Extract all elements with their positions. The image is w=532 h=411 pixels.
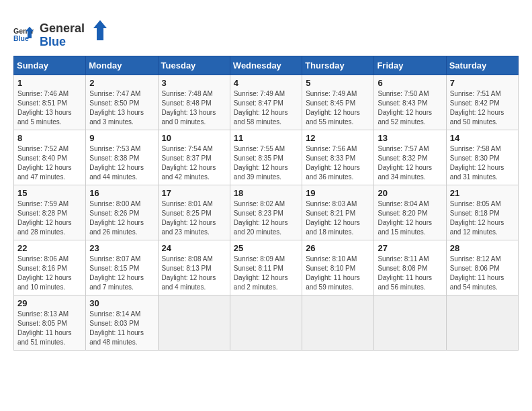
calendar-week-2: 8Sunrise: 7:52 AM Sunset: 8:40 PM Daylig… (14, 130, 519, 185)
day-info: Sunrise: 7:47 AM Sunset: 8:50 PM Dayligh… (89, 89, 154, 127)
day-number: 20 (378, 188, 442, 198)
day-info: Sunrise: 7:59 AM Sunset: 8:28 PM Dayligh… (17, 199, 82, 237)
calendar-cell: 20Sunrise: 8:04 AM Sunset: 8:20 PM Dayli… (374, 185, 446, 240)
day-number: 10 (162, 133, 226, 143)
calendar-cell: 5Sunrise: 7:49 AM Sunset: 8:45 PM Daylig… (302, 75, 374, 130)
calendar-week-5: 29Sunrise: 8:13 AM Sunset: 8:05 PM Dayli… (14, 295, 519, 351)
calendar-cell: 18Sunrise: 8:02 AM Sunset: 8:23 PM Dayli… (230, 185, 302, 240)
calendar-header: SundayMondayTuesdayWednesdayThursdayFrid… (14, 56, 519, 75)
day-info: Sunrise: 8:00 AM Sunset: 8:26 PM Dayligh… (89, 199, 154, 237)
calendar-cell: 22Sunrise: 8:06 AM Sunset: 8:16 PM Dayli… (14, 240, 86, 295)
calendar-cell: 14Sunrise: 7:58 AM Sunset: 8:30 PM Dayli… (446, 130, 518, 185)
day-info: Sunrise: 7:57 AM Sunset: 8:32 PM Dayligh… (378, 144, 442, 182)
day-info: Sunrise: 8:05 AM Sunset: 8:18 PM Dayligh… (450, 199, 515, 237)
day-info: Sunrise: 8:10 AM Sunset: 8:10 PM Dayligh… (306, 255, 370, 292)
logo-icon: General Blue (13, 24, 34, 44)
calendar-cell (230, 295, 302, 351)
calendar-cell: 27Sunrise: 8:11 AM Sunset: 8:08 PM Dayli… (374, 240, 446, 295)
calendar-cell: 7Sunrise: 7:51 AM Sunset: 8:42 PM Daylig… (446, 75, 518, 130)
logo-svg: General Blue (36, 19, 110, 49)
calendar-cell: 28Sunrise: 8:12 AM Sunset: 8:06 PM Dayli… (446, 240, 518, 295)
day-info: Sunrise: 8:11 AM Sunset: 8:08 PM Dayligh… (378, 255, 442, 292)
col-header-sunday: Sunday (14, 56, 86, 75)
day-number: 1 (17, 78, 82, 88)
day-number: 15 (17, 188, 82, 198)
day-info: Sunrise: 8:02 AM Sunset: 8:23 PM Dayligh… (234, 199, 298, 237)
day-number: 17 (162, 188, 226, 198)
day-number: 24 (162, 243, 226, 253)
calendar-cell: 9Sunrise: 7:53 AM Sunset: 8:38 PM Daylig… (86, 130, 158, 185)
page-header: General Blue General Blue (13, 13, 519, 49)
day-info: Sunrise: 8:04 AM Sunset: 8:20 PM Dayligh… (378, 199, 442, 237)
day-info: Sunrise: 8:06 AM Sunset: 8:16 PM Dayligh… (17, 255, 82, 292)
svg-text:Blue: Blue (40, 35, 66, 48)
day-info: Sunrise: 8:07 AM Sunset: 8:15 PM Dayligh… (89, 255, 154, 292)
svg-text:Blue: Blue (13, 34, 29, 42)
calendar-cell: 11Sunrise: 7:55 AM Sunset: 8:35 PM Dayli… (230, 130, 302, 185)
day-number: 18 (234, 188, 298, 198)
calendar-cell: 13Sunrise: 7:57 AM Sunset: 8:32 PM Dayli… (374, 130, 446, 185)
day-info: Sunrise: 7:46 AM Sunset: 8:51 PM Dayligh… (17, 89, 82, 127)
calendar-week-4: 22Sunrise: 8:06 AM Sunset: 8:16 PM Dayli… (14, 240, 519, 295)
calendar-cell: 16Sunrise: 8:00 AM Sunset: 8:26 PM Dayli… (86, 185, 158, 240)
calendar-cell (158, 295, 230, 351)
logo: General Blue General Blue (13, 19, 110, 49)
day-number: 30 (89, 298, 154, 308)
day-number: 8 (17, 133, 82, 143)
day-info: Sunrise: 8:09 AM Sunset: 8:11 PM Dayligh… (234, 255, 298, 292)
calendar-cell: 25Sunrise: 8:09 AM Sunset: 8:11 PM Dayli… (230, 240, 302, 295)
day-info: Sunrise: 7:54 AM Sunset: 8:37 PM Dayligh… (162, 144, 226, 182)
day-info: Sunrise: 8:01 AM Sunset: 8:25 PM Dayligh… (162, 199, 226, 237)
day-info: Sunrise: 7:48 AM Sunset: 8:48 PM Dayligh… (162, 89, 226, 127)
col-header-thursday: Thursday (302, 56, 374, 75)
col-header-monday: Monday (86, 56, 158, 75)
day-number: 11 (234, 133, 298, 143)
day-number: 12 (306, 133, 370, 143)
day-info: Sunrise: 7:51 AM Sunset: 8:42 PM Dayligh… (450, 89, 515, 127)
calendar-cell: 8Sunrise: 7:52 AM Sunset: 8:40 PM Daylig… (14, 130, 86, 185)
calendar-cell: 6Sunrise: 7:50 AM Sunset: 8:43 PM Daylig… (374, 75, 446, 130)
calendar-cell: 12Sunrise: 7:56 AM Sunset: 8:33 PM Dayli… (302, 130, 374, 185)
day-number: 25 (234, 243, 298, 253)
day-number: 4 (234, 78, 298, 88)
day-info: Sunrise: 8:03 AM Sunset: 8:21 PM Dayligh… (306, 199, 370, 237)
col-header-tuesday: Tuesday (158, 56, 230, 75)
day-info: Sunrise: 8:13 AM Sunset: 8:05 PM Dayligh… (17, 310, 82, 347)
col-header-friday: Friday (374, 56, 446, 75)
day-number: 6 (378, 78, 442, 88)
day-number: 14 (450, 133, 515, 143)
day-number: 5 (306, 78, 370, 88)
day-number: 2 (89, 78, 154, 88)
col-header-wednesday: Wednesday (230, 56, 302, 75)
calendar-cell: 1Sunrise: 7:46 AM Sunset: 8:51 PM Daylig… (14, 75, 86, 130)
day-info: Sunrise: 7:50 AM Sunset: 8:43 PM Dayligh… (378, 89, 442, 127)
day-number: 23 (89, 243, 154, 253)
calendar-cell: 23Sunrise: 8:07 AM Sunset: 8:15 PM Dayli… (86, 240, 158, 295)
day-info: Sunrise: 8:08 AM Sunset: 8:13 PM Dayligh… (162, 255, 226, 292)
day-info: Sunrise: 7:58 AM Sunset: 8:30 PM Dayligh… (450, 144, 515, 182)
day-number: 7 (450, 78, 515, 88)
day-info: Sunrise: 7:55 AM Sunset: 8:35 PM Dayligh… (234, 144, 298, 182)
calendar-cell: 21Sunrise: 8:05 AM Sunset: 8:18 PM Dayli… (446, 185, 518, 240)
day-info: Sunrise: 7:49 AM Sunset: 8:47 PM Dayligh… (234, 89, 298, 127)
day-number: 13 (378, 133, 442, 143)
calendar-cell: 2Sunrise: 7:47 AM Sunset: 8:50 PM Daylig… (86, 75, 158, 130)
day-number: 22 (17, 243, 82, 253)
day-info: Sunrise: 7:49 AM Sunset: 8:45 PM Dayligh… (306, 89, 370, 127)
calendar-week-3: 15Sunrise: 7:59 AM Sunset: 8:28 PM Dayli… (14, 185, 519, 240)
calendar-cell: 26Sunrise: 8:10 AM Sunset: 8:10 PM Dayli… (302, 240, 374, 295)
day-number: 16 (89, 188, 154, 198)
day-number: 19 (306, 188, 370, 198)
calendar-cell: 3Sunrise: 7:48 AM Sunset: 8:48 PM Daylig… (158, 75, 230, 130)
day-info: Sunrise: 7:53 AM Sunset: 8:38 PM Dayligh… (89, 144, 154, 182)
calendar-table: SundayMondayTuesdayWednesdayThursdayFrid… (13, 56, 519, 351)
calendar-cell: 15Sunrise: 7:59 AM Sunset: 8:28 PM Dayli… (14, 185, 86, 240)
day-number: 3 (162, 78, 226, 88)
calendar-cell: 24Sunrise: 8:08 AM Sunset: 8:13 PM Dayli… (158, 240, 230, 295)
day-number: 21 (450, 188, 515, 198)
svg-marker-5 (93, 20, 107, 40)
calendar-cell (302, 295, 374, 351)
day-info: Sunrise: 8:12 AM Sunset: 8:06 PM Dayligh… (450, 255, 515, 292)
calendar-week-1: 1Sunrise: 7:46 AM Sunset: 8:51 PM Daylig… (14, 75, 519, 130)
day-info: Sunrise: 7:52 AM Sunset: 8:40 PM Dayligh… (17, 144, 82, 182)
